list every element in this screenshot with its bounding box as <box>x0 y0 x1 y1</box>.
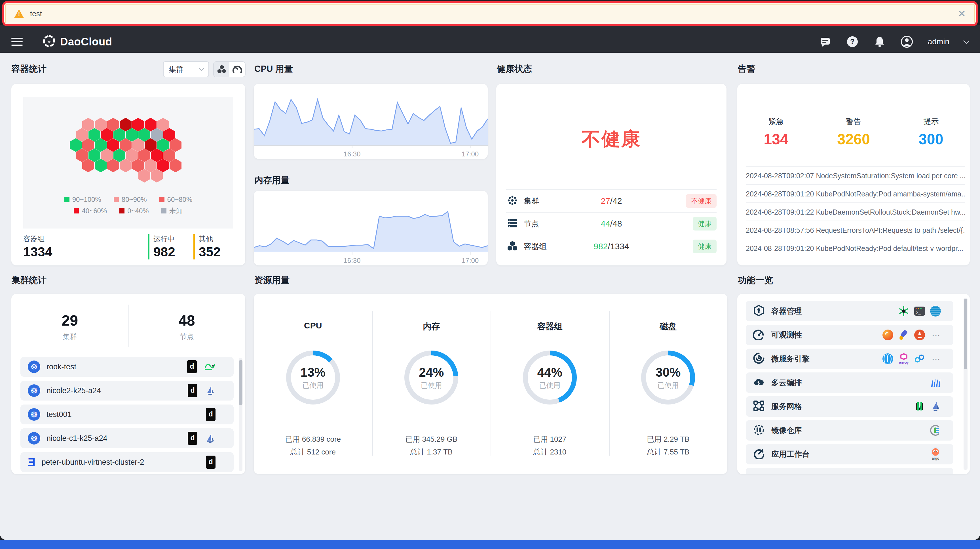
workbench-feature-icon <box>753 448 765 460</box>
alert-banner-highlight: test ✕ <box>2 1 978 26</box>
docker-icon: d <box>206 456 215 469</box>
alert-list-item[interactable]: 2024-08-28T08:57:56 RequestErrorsToAPI:R… <box>746 220 965 239</box>
cluster-name: nicole-c1-k25-a24 <box>46 434 107 443</box>
alert-stat-label: 警告 <box>846 117 861 127</box>
shield-feature-icon <box>753 305 765 318</box>
feature-app-icons <box>930 425 941 436</box>
alert-list-item[interactable]: 2024-08-28T09:01:20 KubePodNotReady:Pod … <box>746 239 965 257</box>
cloudbolt-feature-icon <box>753 377 765 389</box>
health-row-集群[interactable]: 集群27/42不健康 <box>506 189 717 212</box>
dashboard-content: 容器统计 集群 90~100%80~90%60~80% 40~60%0~40%未… <box>0 53 980 540</box>
scope-select[interactable]: 集群 <box>163 61 209 77</box>
scope-select-value: 集群 <box>169 64 183 74</box>
feature-row-容器管理[interactable]: 容器管理>_ <box>746 301 953 321</box>
summary-divider <box>129 305 129 347</box>
resource-col-磁盘: 磁盘30%已使用已用 2.29 TB总计 7.55 TB <box>609 294 728 474</box>
hexmap-view-button[interactable] <box>214 62 229 77</box>
kubernetes-icon: ☸ <box>28 408 40 421</box>
memory-usage-card: 16:3017:00 <box>254 191 488 265</box>
legend-item: 未知 <box>161 206 183 215</box>
legend-color-swatch <box>114 197 119 202</box>
kpanda-app-icon <box>898 306 909 316</box>
features-card: 容器管理>_可观测性⋯微服务引擎envoy⋯多云编排服务网格M镜像仓库应用工作台… <box>737 294 970 474</box>
legend-color-swatch <box>74 208 79 214</box>
pods-total-stat: 容器组 1334 <box>23 234 148 259</box>
resource-donut-label: 24%已使用 <box>404 351 458 404</box>
argo-app-icon: argo <box>930 449 941 460</box>
feature-row-服务网格[interactable]: 服务网格M <box>746 396 953 417</box>
health-row-容器组[interactable]: 容器组982/1334健康 <box>506 235 717 257</box>
alert-stat-label: 紧急 <box>768 117 784 127</box>
alert-stat-value: 3260 <box>837 131 870 148</box>
resource-title: 磁盘 <box>609 321 728 332</box>
hexmap-legend-row2: 40~60%0~40%未知 <box>23 206 233 215</box>
health-row-value: 27/42 <box>506 196 717 206</box>
resource-total: 总计 2310 <box>490 447 609 457</box>
feature-row-应用工作台[interactable]: 应用工作台argo <box>746 444 953 464</box>
alert-stat-label: 提示 <box>923 117 939 127</box>
cpu-usage-chart: 16:3017:00 <box>254 84 488 159</box>
alert-list-item[interactable]: 2024-08-28T09:01:20 KubePodNotReady:Pod … <box>746 184 965 203</box>
resource-col-CPU: CPU13%已使用已用 66.839 core总计 512 core <box>254 294 372 474</box>
more-apps-icon[interactable]: ⋯ <box>932 354 941 364</box>
bottom-taskbar <box>0 540 980 549</box>
legend-label: 90~100% <box>72 196 101 204</box>
alert-stat-critical: 紧急134 <box>737 99 815 148</box>
feature-app-icons: >_ <box>898 306 941 316</box>
resource-total: 总计 1.37 TB <box>372 447 491 457</box>
feature-row-微服务引擎[interactable]: 微服务引擎envoy⋯ <box>746 349 953 369</box>
cluster-row-rook-test[interactable]: ☸rook-testd <box>21 357 234 377</box>
alert-list-item[interactable]: 2024-08-28T09:01:22 KubeDaemonSetRollout… <box>746 203 965 220</box>
more-apps-icon[interactable]: ⋯ <box>932 330 941 340</box>
cluster-badges: d <box>188 432 215 445</box>
feature-label: 容器管理 <box>771 306 802 316</box>
sentinel-app-icon <box>914 353 925 364</box>
pods-other-stat: 其他 352 <box>193 234 233 259</box>
resource-donut-label: 44%已使用 <box>523 351 577 404</box>
legend-item: 60~80% <box>159 196 192 204</box>
swirl-feature-icon <box>753 353 765 365</box>
alert-list-item[interactable]: 2024-08-28T09:02:07 NodeSystemSaturation… <box>746 166 965 184</box>
pod-stats: 容器组 1334 运行中 982 其他 352 <box>23 234 233 259</box>
resource-used: 已用 66.839 core <box>254 434 372 444</box>
user-menu-chevron-icon[interactable] <box>963 38 970 44</box>
health-rows: 集群27/42不健康节点44/48健康容器组982/1334健康 <box>506 189 717 257</box>
alert-stats: 紧急134警告3260提示300 <box>737 99 970 148</box>
gauge-view-button[interactable] <box>229 62 245 77</box>
alert-banner: test ✕ <box>5 4 975 23</box>
cluster-row-nicole-c1-k25-a24[interactable]: ☸nicole-c1-k25-a24d <box>21 428 234 448</box>
svg-text:17:00: 17:00 <box>461 257 479 264</box>
legend-label: 未知 <box>169 206 183 215</box>
feature-row-可观测性[interactable]: 可观测性⋯ <box>746 325 953 345</box>
feature-row-镜像仓库[interactable]: 镜像仓库 <box>746 420 953 440</box>
help-icon[interactable]: ? <box>846 35 859 48</box>
opentelemetry-app-icon <box>898 330 909 340</box>
containerd-app-icon <box>930 306 941 316</box>
feature-list: 容器管理>_可观测性⋯微服务引擎envoy⋯多云编排服务网格M镜像仓库应用工作台… <box>746 301 953 474</box>
cluster-list-scrollbar[interactable] <box>239 357 242 471</box>
overall-health-status: 不健康 <box>496 126 727 152</box>
health-row-节点[interactable]: 节点44/48健康 <box>506 212 717 235</box>
features-scrollbar[interactable] <box>964 298 967 470</box>
legend-label: 40~60% <box>82 207 107 215</box>
svg-text:?: ? <box>850 37 855 46</box>
cluster-row-nicole2-k25-a24[interactable]: ☸nicole2-k25-a24d <box>21 381 234 401</box>
feature-label: 多云编排 <box>771 378 802 388</box>
envoy-app-icon: envoy <box>898 353 909 364</box>
cluster-row-peter-ubuntu-virtnest-cluster-2[interactable]: Epeter-ubuntu-virtnest-cluster-2d <box>21 452 234 472</box>
legend-color-swatch <box>64 197 70 202</box>
mesh-feature-icon <box>753 400 765 413</box>
notifications-bell-icon[interactable] <box>873 35 886 48</box>
harbor-app-icon <box>930 425 941 436</box>
menu-toggle-button[interactable] <box>11 38 23 46</box>
legend-color-swatch <box>161 208 167 214</box>
user-avatar[interactable] <box>900 35 913 48</box>
cluster-row-test001[interactable]: ☸test001d <box>21 404 234 425</box>
alert-stat-info: 提示300 <box>892 99 970 148</box>
health-status-badge: 不健康 <box>686 194 717 208</box>
feature-row-多云编排[interactable]: 多云编排 <box>746 372 953 393</box>
legend-item: 0~40% <box>119 206 149 215</box>
cluster-badges: d <box>206 408 215 421</box>
banner-close-icon[interactable]: ✕ <box>958 9 966 18</box>
messages-icon[interactable] <box>819 35 831 48</box>
